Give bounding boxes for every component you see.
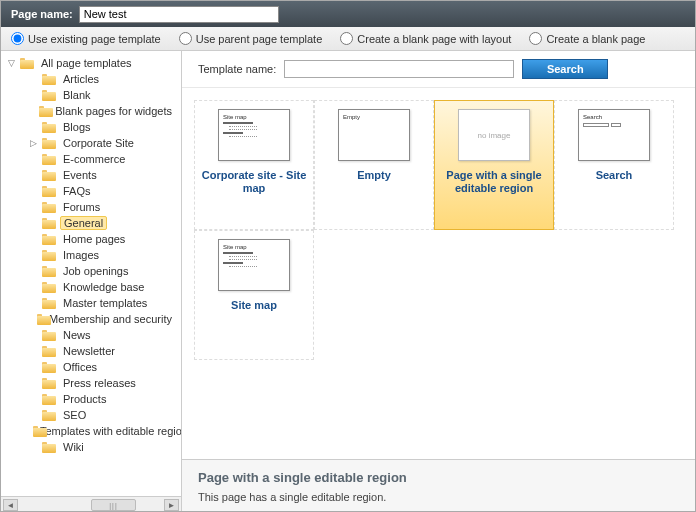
radio-input[interactable]	[529, 32, 542, 45]
folder-icon	[42, 281, 56, 293]
radio-option[interactable]: Create a blank page with layout	[340, 32, 511, 45]
tree-item[interactable]: FAQs	[1, 183, 181, 199]
page-name-header: Page name:	[1, 1, 695, 27]
folder-icon	[42, 297, 56, 309]
tree-item[interactable]: General	[1, 215, 181, 231]
folder-icon	[42, 345, 56, 357]
tree-item-label: Corporate Site	[60, 136, 137, 150]
tree-item-label: News	[60, 328, 94, 342]
main-panel: Template name: Search Site mapCorporate …	[182, 51, 695, 512]
tree-item[interactable]: News	[1, 327, 181, 343]
tree-root[interactable]: ▽ All page templates	[1, 55, 181, 71]
tree-item[interactable]: Job openings	[1, 263, 181, 279]
scroll-thumb[interactable]: |||	[91, 499, 136, 511]
template-grid: Site mapCorporate site - Site mapEmptyEm…	[182, 88, 695, 459]
tree-item[interactable]: Events	[1, 167, 181, 183]
tree-item-label: E-commerce	[60, 152, 128, 166]
folder-icon	[42, 89, 56, 101]
folder-icon	[42, 393, 56, 405]
folder-icon	[42, 185, 56, 197]
tree-item[interactable]: Products	[1, 391, 181, 407]
tree-item[interactable]: Home pages	[1, 231, 181, 247]
folder-icon	[42, 137, 56, 149]
tree-item-label: Blank	[60, 88, 94, 102]
radio-label: Use parent page template	[196, 33, 323, 45]
template-card[interactable]: EmptyEmpty	[314, 100, 434, 230]
tree-item[interactable]: Articles	[1, 71, 181, 87]
tree-item-label: Home pages	[60, 232, 128, 246]
radio-input[interactable]	[340, 32, 353, 45]
radio-option[interactable]: Use existing page template	[11, 32, 161, 45]
folder-icon	[20, 57, 34, 69]
tree-item[interactable]: SEO	[1, 407, 181, 423]
tree-item-label: Events	[60, 168, 100, 182]
details-title: Page with a single editable region	[198, 470, 679, 485]
tree-item[interactable]: Blank	[1, 87, 181, 103]
tree-item-label: Offices	[60, 360, 100, 374]
template-name-input[interactable]	[284, 60, 514, 78]
tree-item[interactable]: ▷Corporate Site	[1, 135, 181, 151]
thumbnail-noimage: no image	[458, 109, 530, 161]
template-details: Page with a single editable region This …	[182, 459, 695, 512]
folder-icon	[42, 201, 56, 213]
thumbnail: Site map	[218, 239, 290, 291]
template-card[interactable]: Site mapSite map	[194, 230, 314, 360]
tree-item-label: FAQs	[60, 184, 94, 198]
tree-item[interactable]: Wiki	[1, 439, 181, 455]
tree-item[interactable]: Blank pages for widgets	[1, 103, 181, 119]
tree-item[interactable]: Forums	[1, 199, 181, 215]
tree-item-label: Blogs	[60, 120, 94, 134]
template-name: Empty	[357, 169, 391, 182]
tree-item-label: Newsletter	[60, 344, 118, 358]
collapse-icon[interactable]: ▽	[7, 58, 16, 68]
tree-item[interactable]: Templates with editable regio	[1, 423, 181, 439]
radio-option[interactable]: Use parent page template	[179, 32, 323, 45]
horizontal-scrollbar[interactable]: ◄ ||| ►	[1, 496, 181, 512]
folder-icon	[39, 105, 48, 117]
radio-label: Create a blank page	[546, 33, 645, 45]
tree-item[interactable]: E-commerce	[1, 151, 181, 167]
expand-icon[interactable]: ▷	[29, 138, 38, 148]
tree-item-label: Press releases	[60, 376, 139, 390]
radio-input[interactable]	[179, 32, 192, 45]
tree-root-label: All page templates	[38, 56, 135, 70]
tree-item[interactable]: Master templates	[1, 295, 181, 311]
tree-item-label: Images	[60, 248, 102, 262]
template-tree: ▽ All page templates ArticlesBlankBlank …	[1, 51, 181, 496]
page-name-label: Page name:	[11, 8, 73, 20]
thumbnail: Site map	[218, 109, 290, 161]
details-description: This page has a single editable region.	[198, 491, 679, 503]
search-button[interactable]: Search	[522, 59, 608, 79]
template-name: Search	[596, 169, 633, 182]
tree-item-label: Forums	[60, 200, 103, 214]
tree-item-label: Wiki	[60, 440, 87, 454]
tree-item-label: Blank pages for widgets	[52, 104, 175, 118]
radio-input[interactable]	[11, 32, 24, 45]
tree-item[interactable]: Knowledge base	[1, 279, 181, 295]
template-search-row: Template name: Search	[182, 51, 695, 88]
tree-item-label: SEO	[60, 408, 89, 422]
folder-icon	[42, 169, 56, 181]
folder-icon	[42, 265, 56, 277]
tree-item[interactable]: Blogs	[1, 119, 181, 135]
tree-item[interactable]: Membership and security	[1, 311, 181, 327]
template-name: Corporate site - Site map	[199, 169, 309, 195]
scroll-left-button[interactable]: ◄	[3, 499, 18, 511]
radio-option[interactable]: Create a blank page	[529, 32, 645, 45]
page-name-input[interactable]	[79, 6, 279, 23]
tree-item[interactable]: Press releases	[1, 375, 181, 391]
template-card[interactable]: Site mapCorporate site - Site map	[194, 100, 314, 230]
template-name-label: Template name:	[198, 63, 276, 75]
tree-item[interactable]: Images	[1, 247, 181, 263]
tree-item-label: Products	[60, 392, 109, 406]
template-card[interactable]: no imagePage with a single editable regi…	[434, 100, 554, 230]
template-card[interactable]: SearchSearch	[554, 100, 674, 230]
thumbnail: Empty	[338, 109, 410, 161]
tree-item-label: Job openings	[60, 264, 131, 278]
scroll-right-button[interactable]: ►	[164, 499, 179, 511]
tree-item[interactable]: Offices	[1, 359, 181, 375]
tree-item[interactable]: Newsletter	[1, 343, 181, 359]
radio-label: Use existing page template	[28, 33, 161, 45]
folder-icon	[42, 121, 56, 133]
template-tree-sidebar: ▽ All page templates ArticlesBlankBlank …	[1, 51, 182, 512]
